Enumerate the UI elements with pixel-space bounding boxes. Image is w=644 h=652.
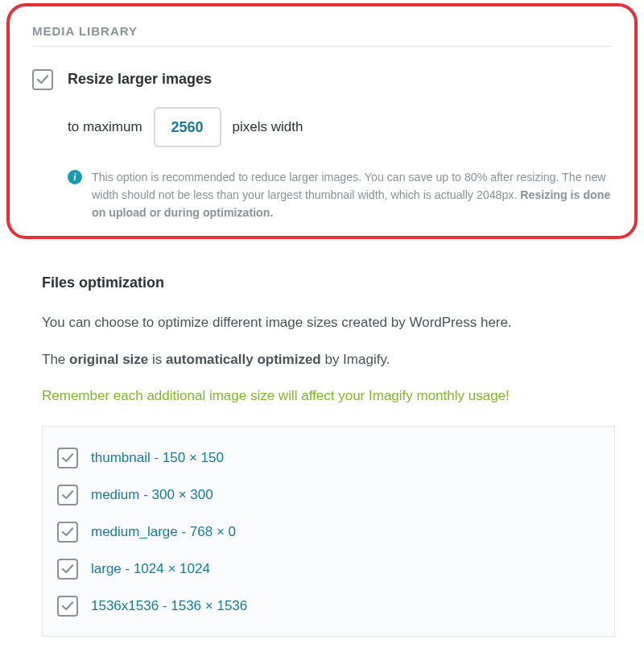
- bulk-actions: Select All | Unselect All: [42, 650, 615, 653]
- check-icon: [60, 599, 75, 613]
- check-icon: [60, 488, 75, 502]
- size-checkbox[interactable]: [57, 485, 78, 506]
- size-label: large - 1024 × 1024: [91, 561, 210, 577]
- resize-row: Resize larger images to maximum pixels w…: [32, 69, 612, 221]
- size-label: medium_large - 768 × 0: [91, 524, 236, 540]
- size-label: 1536x1536 - 1536 × 1536: [91, 598, 247, 614]
- resize-prefix: to maximum: [68, 119, 142, 135]
- check-icon: [35, 72, 50, 87]
- files-optimization-section: Files optimization You can choose to opt…: [6, 244, 638, 652]
- size-item: 1536x1536 - 1536 × 1536: [57, 588, 600, 625]
- size-checkbox[interactable]: [57, 522, 78, 543]
- check-icon: [60, 562, 75, 576]
- resize-checkbox[interactable]: [32, 69, 53, 90]
- separator: |: [107, 650, 110, 653]
- size-item: medium - 300 × 300: [57, 477, 600, 514]
- size-label: medium - 300 × 300: [91, 487, 213, 503]
- resize-title: Resize larger images: [68, 71, 612, 88]
- files-heading: Files optimization: [42, 274, 615, 291]
- size-checkbox[interactable]: [57, 596, 78, 617]
- check-icon: [60, 451, 75, 465]
- max-width-input[interactable]: [154, 107, 221, 147]
- sizes-list: thumbnail - 150 × 150 medium - 300 × 300…: [42, 426, 615, 637]
- section-title: MEDIA LIBRARY: [32, 24, 612, 47]
- unselect-all-link[interactable]: Unselect All: [122, 650, 190, 653]
- resize-hint: This option is recommended to reduce lar…: [92, 168, 612, 221]
- resize-suffix: pixels width: [233, 119, 303, 135]
- size-checkbox[interactable]: [57, 448, 78, 468]
- size-item: thumbnail - 150 × 150: [57, 439, 600, 477]
- info-icon: i: [68, 170, 82, 184]
- check-icon: [60, 525, 75, 539]
- size-item: medium_large - 768 × 0: [57, 514, 600, 551]
- files-warning: Remember each additional image size will…: [42, 386, 615, 406]
- files-intro: You can choose to optimize different ima…: [42, 312, 615, 333]
- files-original-line: The original size is automatically optim…: [42, 349, 615, 370]
- size-checkbox[interactable]: [57, 559, 78, 580]
- media-library-panel: MEDIA LIBRARY Resize larger images to ma…: [6, 3, 638, 239]
- size-item: large - 1024 × 1024: [57, 551, 600, 588]
- select-all-link[interactable]: Select All: [42, 650, 96, 653]
- size-label: thumbnail - 150 × 150: [91, 450, 224, 466]
